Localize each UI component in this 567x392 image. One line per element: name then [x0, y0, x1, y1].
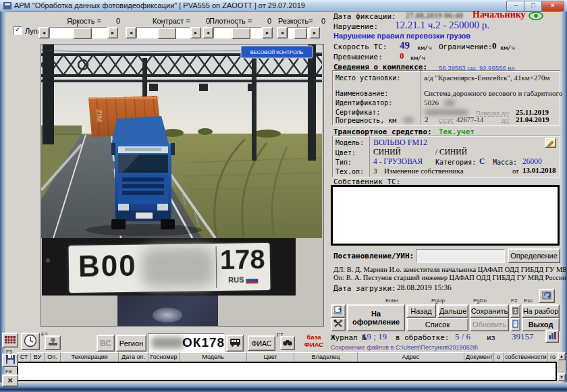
- model-value: ВОЛЬВО FM12: [373, 138, 427, 148]
- type-value: 4 - ГРУЗОВАЯ: [373, 157, 423, 165]
- slider-thumb[interactable]: [232, 28, 250, 39]
- slider-track[interactable]: [136, 27, 190, 38]
- col-plate[interactable]: Госномер: [148, 352, 180, 362]
- col-st[interactable]: СТ: [18, 352, 31, 362]
- journal-icon-button[interactable]: [510, 318, 520, 331]
- official-line: ДЛ: В. Д. Мариян И.о. заместителя началь…: [333, 266, 567, 273]
- hint-enter: Enter: [385, 298, 398, 304]
- violation-value: 12.21.1 ч.2 - 250000 р.: [395, 20, 489, 31]
- counter-button[interactable]: [2, 333, 18, 347]
- scroll-down-button[interactable]: ▼: [558, 373, 566, 381]
- fias-button[interactable]: ФИАС: [248, 335, 275, 351]
- checkbox-box[interactable]: ✓: [14, 26, 22, 35]
- stats-icon-button[interactable]: [545, 330, 559, 343]
- trash-icon-button[interactable]: [510, 304, 520, 318]
- to-chief-link[interactable]: Начальнику: [473, 9, 526, 20]
- col-color[interactable]: Цвет: [247, 352, 294, 362]
- edit-note-button[interactable]: [545, 138, 556, 148]
- col-ownership[interactable]: собственности: [504, 352, 548, 362]
- load-date-label: Дата загрузки:: [333, 284, 396, 293]
- contrast-slider[interactable]: ◄ ►: [126, 27, 201, 38]
- slider-left-arrow[interactable]: ◄: [38, 27, 49, 38]
- history-table-header: СТ ВУ Оп. Техоперация Дата оп. Госномер …: [17, 352, 558, 362]
- slider-thumb[interactable]: [73, 28, 92, 39]
- id-value: 5026: [424, 99, 439, 107]
- slider-left-arrow[interactable]: ◄: [277, 27, 288, 38]
- image-adjust-toolbar: ✓ Лупа Яркость =0 ◄ ► Контраст =0 ◄ ► Пл…: [9, 15, 325, 43]
- slider-right-arrow[interactable]: ►: [309, 27, 320, 38]
- resolution-input[interactable]: [416, 249, 505, 263]
- send-icon-button[interactable]: [539, 289, 555, 303]
- slider-left-arrow[interactable]: ◄: [202, 27, 213, 38]
- save-record-button[interactable]: Сохранить: [470, 304, 509, 318]
- register-button[interactable]: На оформление: [347, 304, 405, 331]
- scroll-up-button[interactable]: ▲: [558, 352, 566, 360]
- swap-icon-button[interactable]: [331, 304, 346, 318]
- speed-value: 49: [400, 40, 410, 51]
- hint-f2: F2: [511, 298, 517, 304]
- owner-box[interactable]: [331, 185, 560, 246]
- col-address[interactable]: Адрес: [358, 352, 464, 362]
- slider-right-arrow[interactable]: ►: [107, 27, 118, 38]
- certificate-blur: [425, 109, 468, 115]
- density-slider[interactable]: ◄ ►: [202, 27, 273, 38]
- slider-right-arrow[interactable]: ►: [190, 27, 201, 38]
- table-scrollbar[interactable]: ▲ ▼: [558, 352, 566, 381]
- eye-icon[interactable]: [529, 11, 543, 20]
- col-vu[interactable]: ВУ: [31, 352, 45, 362]
- lupa-checkbox[interactable]: ✓ Лупа: [14, 26, 42, 35]
- certificate-label: Сертификат:: [335, 109, 380, 116]
- exit-button[interactable]: Выход: [522, 318, 560, 331]
- brightness-slider[interactable]: ◄ ►: [38, 27, 118, 38]
- slider-thumb[interactable]: [157, 28, 176, 39]
- region-button[interactable]: Регион: [116, 335, 146, 352]
- history-table-body[interactable]: [17, 362, 557, 381]
- slider-value-brightness: 0: [116, 17, 120, 25]
- load-date-value: 28.08.2019 15:36: [397, 283, 452, 291]
- hint-esc: Esc: [524, 298, 533, 304]
- slider-track[interactable]: [49, 27, 107, 38]
- slider-track[interactable]: [213, 27, 262, 38]
- col-owner[interactable]: Владелец: [294, 352, 358, 362]
- journal-label: Журнал №: [331, 333, 367, 342]
- of-label: из: [487, 333, 495, 342]
- col-model[interactable]: Модель: [180, 352, 247, 362]
- slider-right-arrow[interactable]: ►: [262, 27, 273, 38]
- counter-icon: [5, 336, 16, 343]
- col-techop[interactable]: Техоперация: [61, 352, 119, 362]
- list-button[interactable]: Список: [406, 318, 468, 331]
- maximize-button[interactable]: □: [524, 1, 543, 11]
- photo-viewer[interactable]: ВЕСОВОЙ КОНТРОЛЬ ZIM: [40, 44, 324, 327]
- close-button[interactable]: ×: [541, 1, 564, 11]
- col-date[interactable]: Дата оп.: [119, 352, 148, 362]
- sharpness-slider[interactable]: ◄ ►: [277, 27, 320, 38]
- col-op[interactable]: Оп.: [45, 352, 61, 362]
- plate-input[interactable]: ОК178: [148, 333, 225, 353]
- clock-button[interactable]: [21, 333, 40, 350]
- binoculars-button[interactable]: [280, 336, 295, 350]
- error-label-blur: [403, 117, 414, 123]
- col-document[interactable]: Документ: [464, 352, 494, 362]
- plate-input-blur: [151, 337, 184, 349]
- next-button[interactable]: Дальше: [437, 304, 468, 318]
- bus-button[interactable]: [226, 335, 244, 352]
- review-button[interactable]: На разбор: [522, 304, 560, 318]
- tools-icon-button[interactable]: [331, 318, 346, 331]
- window-border-left: [0, 11, 5, 383]
- fixation-date-label: Дата фиксации:: [333, 12, 396, 21]
- techop-from: от: [512, 167, 519, 175]
- slider-thumb[interactable]: [294, 28, 307, 39]
- col-o[interactable]: о: [494, 352, 504, 362]
- save-file-button[interactable]: [2, 354, 18, 367]
- col-go[interactable]: го: [548, 352, 558, 362]
- slider-track[interactable]: [288, 27, 309, 38]
- slider-left-arrow[interactable]: ◄: [126, 27, 136, 38]
- slider-label-density: Плотность =: [209, 17, 252, 25]
- determination-button[interactable]: Определение: [508, 248, 560, 263]
- back-button[interactable]: Назад: [406, 304, 436, 318]
- delete-button[interactable]: ×: [2, 374, 18, 387]
- stamp-button[interactable]: [45, 335, 61, 350]
- book-icon: [512, 320, 518, 328]
- name-value: Система дорожного весового и габаритного: [424, 89, 562, 97]
- plate-closeup-strip: В00 178 RUS: [42, 238, 296, 296]
